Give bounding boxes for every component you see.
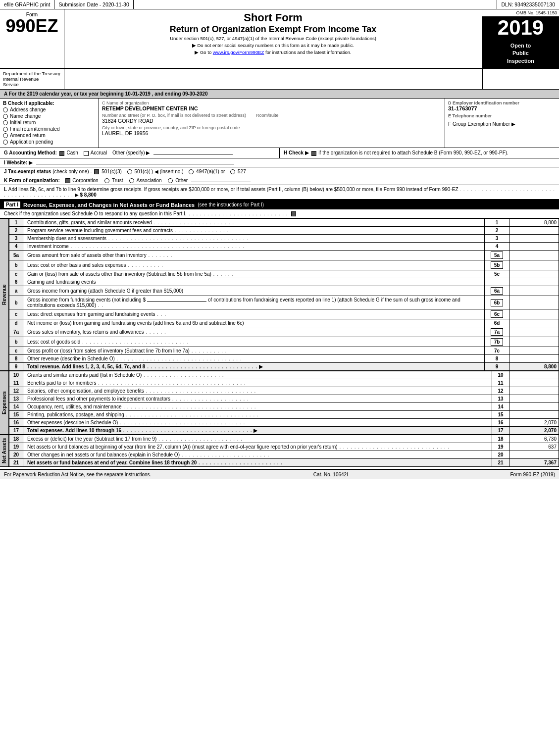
row-num: c [9, 347, 23, 355]
amount-cell [509, 337, 559, 347]
check-circle-name [3, 114, 8, 119]
row-num: 14 [9, 403, 23, 411]
revenue-section: Revenue 1Contributions, gifts, grants, a… [0, 218, 559, 371]
footer-paperwork: For Paperwork Reduction Act Notice, see … [4, 472, 151, 477]
row-label: Other revenue (describe in Schedule O) .… [23, 355, 485, 363]
row-label: Total revenue. Add lines 1, 2, 3, 4, 5c,… [23, 363, 485, 371]
row-label: Less: direct expenses from gaming and fu… [23, 309, 485, 319]
line-num-cell [485, 278, 509, 286]
part-i-label: Part I [4, 202, 20, 208]
amount-cell [509, 227, 559, 235]
center-header: Short Form Return of Organization Exempt… [64, 9, 482, 68]
row-label: Benefits paid to or for members . . . . … [23, 379, 492, 387]
h-checkbox [311, 151, 316, 156]
section-a: A For the 2019 calendar year, or tax yea… [0, 90, 559, 99]
goto-link[interactable]: www.irs.gov/Form990EZ [213, 50, 264, 55]
schedule-o-checkbox [291, 211, 296, 216]
city-block: City or town, state or province, country… [102, 125, 442, 136]
accrual-checkbox [84, 151, 89, 156]
address-change-label: Address change [10, 107, 46, 112]
g-label: G Accounting Method: [4, 150, 57, 155]
amount-cell [509, 395, 559, 403]
part-i-header: Part I Revenue, Expenses, and Changes in… [0, 200, 559, 209]
expenses-table: 10Grants and similar amounts paid (list … [9, 371, 559, 435]
amount-cell [509, 235, 559, 243]
page: efile GRAPHIC print Submission Date - 20… [0, 0, 559, 756]
amount-cell [509, 251, 559, 260]
row-num: 11 [9, 379, 23, 387]
room-block: Room/suite [256, 113, 279, 124]
amount-cell [509, 327, 559, 337]
row-label: Occupancy, rent, utilities, and maintena… [23, 403, 492, 411]
l-amount: $ 8,800 [80, 192, 96, 198]
final-return-label: Final return/terminated [10, 126, 60, 132]
open-to-public-text: Open to [510, 42, 531, 50]
j-527-checkbox [230, 169, 235, 174]
row-num: b [9, 337, 23, 347]
expenses-section: Expenses 10Grants and similar amounts pa… [0, 371, 559, 435]
check-final-return: Final return/terminated [3, 126, 96, 132]
check-application-pending: Application pending [3, 139, 96, 145]
check-circle-amended [3, 133, 8, 138]
j-527-label: 527 [238, 169, 246, 174]
line-num-cell: 10 [492, 371, 509, 379]
cash-checkbox [59, 151, 64, 156]
footer-catno: Cat. No. 10642I [313, 472, 348, 477]
line-num-cell: 18 [492, 435, 509, 443]
row-label: Net assets or fund balances at beginning… [23, 443, 492, 451]
amount-cell [509, 278, 559, 286]
row-label: Contributions, gifts, grants, and simila… [23, 219, 485, 227]
sub-line-box: 6b [485, 296, 509, 309]
row-label: Printing, publications, postage, and shi… [23, 411, 492, 419]
check-name-change: Name change [3, 113, 96, 119]
room-label: Room/suite [256, 113, 279, 118]
row-label: Gain or (loss) from sale of assets other… [23, 270, 485, 278]
k-assoc-label: Association [136, 178, 161, 183]
other-label: Other (specify) ▶ [112, 150, 150, 155]
line-num-cell: 13 [492, 395, 509, 403]
row-label: Professional fees and other payments to … [23, 395, 492, 403]
j-4947-checkbox [189, 169, 194, 174]
schedule-o-text: Check if the organization used Schedule … [4, 211, 185, 216]
j-subtext: (check only one) - [51, 169, 93, 174]
line-num-cell: 2 [485, 227, 509, 235]
f-group: F Group Exemption Number ▶ [448, 121, 556, 127]
sub-line-box: 5a [485, 251, 509, 260]
row-num: 17 [9, 427, 23, 435]
row-label: Other changes in net assets or fund bala… [23, 451, 492, 459]
row-num: 2 [9, 227, 23, 235]
f-symbol: ▶ [511, 121, 515, 127]
amount-cell [509, 260, 559, 270]
e-label: E Telephone number [448, 113, 556, 118]
row-num: c [9, 309, 23, 319]
amount-cell: 2,070 [509, 427, 559, 435]
c-label: C Name of organization [102, 101, 442, 105]
line-num-cell: 19 [492, 443, 509, 451]
street-row: Number and street (or P. O. box, if mail… [102, 113, 442, 124]
revenue-side-label: Revenue [0, 218, 9, 371]
line-num-cell: 1 [485, 219, 509, 227]
row-label: Investment income . . . . . . . . . . . … [23, 243, 485, 251]
schedule-o-row: Check if the organization used Schedule … [0, 209, 559, 218]
row-num: 5a [9, 251, 23, 260]
sub-line-box: 6c [485, 309, 509, 319]
section-j: J Tax-exempt status (check only one) - 5… [0, 167, 559, 176]
line-num-cell: 8 [485, 355, 509, 363]
row-num: 7a [9, 327, 23, 337]
org-name: RETEMP DEVELOPMENT CENTER INC [102, 105, 442, 111]
row-label: Less: cost or other basis and sales expe… [23, 260, 485, 270]
amount-cell [509, 286, 559, 296]
net-assets-side-label: Net Assets [0, 435, 9, 467]
amount-cell: 7,367 [509, 459, 559, 467]
street-block: Number and street (or P. O. box, if mail… [102, 113, 246, 124]
amount-cell: 6,730 [509, 435, 559, 443]
dept-center [64, 69, 482, 89]
line-num-cell: 17 [492, 427, 509, 435]
amount-cell: 8,800 [509, 219, 559, 227]
row-num: 6 [9, 278, 23, 286]
row-label: Excess or (deficit) for the year (Subtra… [23, 435, 492, 443]
amount-cell [509, 243, 559, 251]
dept-service: Service [3, 82, 61, 87]
row-num: c [9, 270, 23, 278]
f-label: F Group Exemption Number [448, 121, 510, 127]
